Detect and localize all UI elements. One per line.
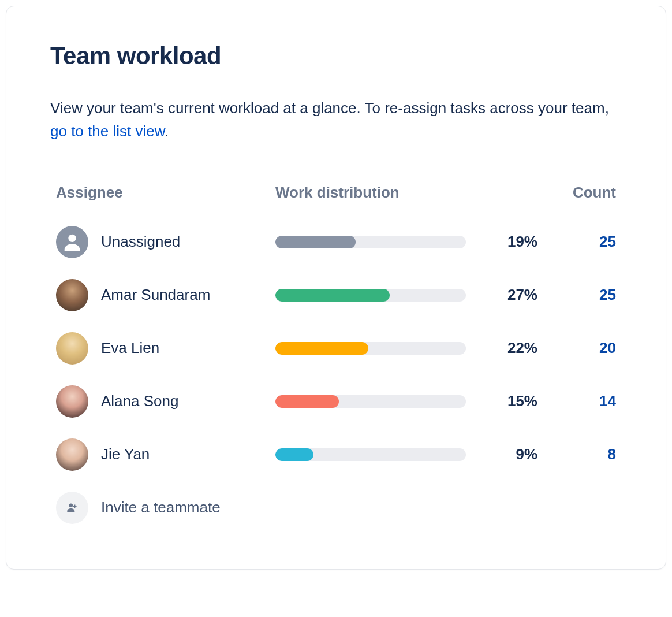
table-row: Eva Lien22%20: [50, 322, 622, 375]
avatar: [56, 385, 88, 418]
assignee-cell: Unassigned: [56, 226, 270, 258]
distribution-bar: [275, 289, 466, 302]
page-title: Team workload: [50, 42, 622, 70]
avatar: [56, 332, 88, 365]
description-suffix: .: [165, 122, 169, 140]
distribution-bar: [275, 448, 466, 461]
table-row: Unassigned19%25: [50, 215, 622, 269]
count-link[interactable]: 25: [547, 286, 616, 304]
assignee-cell: Amar Sundaram: [56, 279, 270, 311]
col-count: Count: [547, 184, 616, 202]
distribution-bar: [275, 342, 466, 355]
avatar: [56, 279, 88, 311]
distribution-bar-fill: [275, 448, 313, 461]
assignee-name: Alana Song: [101, 392, 178, 410]
unassigned-avatar-icon: [56, 226, 88, 258]
distribution-bar-fill: [275, 342, 368, 355]
distribution-bar-fill: [275, 289, 390, 302]
assignee-name: Jie Yan: [101, 445, 150, 463]
table-row: Amar Sundaram27%25: [50, 269, 622, 322]
description: View your team's current workload at a g…: [50, 96, 622, 143]
invite-label: Invite a teammate: [101, 499, 221, 516]
count-link[interactable]: 25: [547, 233, 616, 251]
invite-teammate-button[interactable]: Invite a teammate: [50, 481, 622, 534]
count-link[interactable]: 20: [547, 339, 616, 357]
assignee-cell: Eva Lien: [56, 332, 270, 365]
percent-value: 15%: [472, 392, 541, 410]
table-header: Assignee Work distribution Count: [50, 184, 622, 215]
assignee-cell: Jie Yan: [56, 438, 270, 471]
assignee-name: Eva Lien: [101, 339, 159, 357]
table-row: Jie Yan9%8: [50, 428, 622, 481]
col-distribution: Work distribution: [275, 184, 466, 202]
assignee-cell: Alana Song: [56, 385, 270, 418]
percent-value: 22%: [472, 339, 541, 357]
distribution-bar: [275, 395, 466, 408]
assignee-name: Unassigned: [101, 233, 180, 251]
invite-icon: [56, 492, 88, 524]
assignee-name: Amar Sundaram: [101, 286, 210, 304]
description-prefix: View your team's current workload at a g…: [50, 99, 609, 117]
percent-value: 9%: [472, 445, 541, 463]
percent-value: 27%: [472, 286, 541, 304]
rows-container: Unassigned19%25Amar Sundaram27%25Eva Lie…: [50, 215, 622, 481]
distribution-bar-fill: [275, 395, 339, 408]
col-assignee: Assignee: [56, 184, 270, 202]
table-row: Alana Song15%14: [50, 375, 622, 428]
distribution-bar-fill: [275, 236, 356, 248]
count-link[interactable]: 8: [547, 445, 616, 463]
percent-value: 19%: [472, 233, 541, 251]
list-view-link[interactable]: go to the list view: [50, 122, 165, 140]
distribution-bar: [275, 236, 466, 248]
count-link[interactable]: 14: [547, 392, 616, 410]
avatar: [56, 438, 88, 471]
team-workload-card: Team workload View your team's current w…: [6, 6, 666, 570]
